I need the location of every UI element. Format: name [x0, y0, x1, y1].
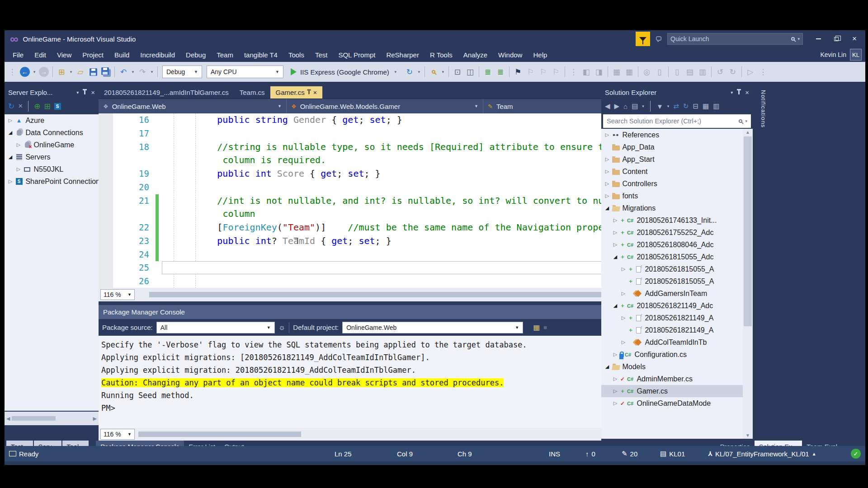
back-icon[interactable]: ◀: [605, 102, 610, 110]
server-explorer-item-data-connections[interactable]: ◢ Data Connections: [5, 127, 99, 139]
expand-icon[interactable]: ▷: [619, 291, 627, 296]
refresh-browser-button[interactable]: ↻: [404, 66, 415, 78]
expand-icon[interactable]: ▷: [14, 142, 23, 148]
scroll-thumb[interactable]: [149, 292, 626, 297]
console-zoom-dropdown[interactable]: 116 % ▼: [100, 429, 135, 440]
menu-edit[interactable]: Edit: [29, 48, 52, 61]
home-icon[interactable]: ⌂: [623, 103, 627, 110]
image-tool-1-button[interactable]: ▦: [611, 66, 623, 78]
window-position-caret-icon[interactable]: ▾: [731, 90, 733, 95]
preview-changes-button[interactable]: ◫: [464, 66, 476, 78]
switch-views-icon[interactable]: ▤: [632, 102, 638, 110]
new-item-caret-icon[interactable]: ▾: [68, 70, 74, 74]
type-dropdown[interactable]: ❖ OnlineGame.Web.Models.Gamer ▼: [287, 99, 483, 113]
forward-icon[interactable]: ▶: [614, 102, 620, 110]
document-tab-201805261821149-amidintblgamer-cs[interactable]: 201805261821149_...amIdInTblGamer.cs: [99, 86, 234, 99]
prev-bookmark-button[interactable]: ⚐: [525, 66, 537, 78]
undo-disabled-button[interactable]: ↺: [714, 66, 726, 78]
scroll-thumb[interactable]: [744, 136, 752, 326]
expand-icon[interactable]: ▷: [603, 169, 611, 174]
code-line-24[interactable]: 24: [99, 248, 682, 262]
solution-explorer-item-controllers[interactable]: ▷ Controllers: [601, 178, 743, 190]
solution-explorer-item-configuration-cs[interactable]: ▷C# Configuration.cs: [601, 348, 743, 361]
server-explorer-item-n550jkl[interactable]: ▷ N550JKL: [5, 163, 99, 175]
menu-project[interactable]: Project: [77, 48, 109, 61]
pin-icon[interactable]: [738, 90, 740, 94]
menu-resharper[interactable]: ReSharper: [381, 48, 425, 61]
parameter-info-button[interactable]: ≣: [495, 66, 506, 78]
pending-changes-filter-icon[interactable]: ▼: [656, 103, 663, 110]
expand-icon[interactable]: ▷: [6, 178, 14, 184]
restore-button[interactable]: [827, 33, 845, 45]
menu-window[interactable]: Window: [493, 48, 528, 61]
doc-tool-2-button[interactable]: ▤: [684, 66, 696, 78]
collapse-icon[interactable]: ◢: [603, 364, 611, 370]
solution-explorer-item-201805261815055-adc[interactable]: ◢+C# 201805261815055_Adc: [601, 251, 743, 263]
menu-tangible-t4[interactable]: tangible T4: [239, 48, 283, 61]
quick-launch-input[interactable]: Quick Launch ▾: [667, 33, 803, 45]
pin-icon[interactable]: [84, 90, 85, 94]
scroll-thumb[interactable]: [12, 416, 55, 421]
menu-help[interactable]: Help: [528, 48, 552, 61]
code-line-21[interactable]: 21 //int is not nullable, and int? is nu…: [99, 194, 682, 208]
solution-explorer-item-adminmember-cs[interactable]: ▷✓C# AdminMember.cs: [601, 373, 743, 385]
collapse-icon[interactable]: ◢: [611, 303, 619, 309]
duplicate-tab-button[interactable]: ◨: [593, 66, 605, 78]
menu-sql-prompt[interactable]: SQL Prompt: [333, 48, 381, 61]
solution-explorer-item-fonts[interactable]: ▷ fonts: [601, 190, 743, 202]
play-disabled-button[interactable]: ▷: [745, 66, 756, 78]
pin-tab-button[interactable]: ⋮: [568, 66, 580, 78]
sync-with-active-document-icon[interactable]: ⇄: [673, 102, 679, 110]
solution-explorer-item-gamer-cs[interactable]: ▷+C# Gamer.cs: [601, 385, 743, 397]
properties-icon[interactable]: ▥: [713, 102, 719, 110]
clear-bookmarks-button[interactable]: ⚐: [550, 66, 562, 78]
solution-explorer-item-models[interactable]: ◢ Models: [601, 361, 743, 373]
expand-icon[interactable]: ▷: [619, 315, 627, 321]
expand-icon[interactable]: ▷: [611, 230, 619, 235]
close-tab-icon[interactable]: ×: [313, 89, 317, 96]
bookmark-button[interactable]: ⚑: [512, 66, 524, 78]
toolbar-grip-button[interactable]: ⋮: [6, 66, 18, 78]
refresh-icon[interactable]: ↻: [683, 102, 689, 110]
solution-explorer-item-201805261755252-adc[interactable]: ▷+C# 201805261755252_Adc: [601, 226, 743, 239]
uncommitted-edits-button[interactable]: ✎20: [622, 446, 637, 461]
filter-caret-icon[interactable]: ▾: [667, 104, 670, 108]
code-line-18[interactable]: 18 //string is nullable type, so it need…: [99, 141, 682, 154]
menu-build[interactable]: Build: [109, 48, 135, 61]
default-project-dropdown[interactable]: OnlineGame.Web ▼: [342, 322, 523, 333]
menu-r-tools[interactable]: R Tools: [425, 48, 458, 61]
connect-database-icon[interactable]: ⊕: [34, 102, 40, 111]
navigate-back-button[interactable]: ←: [19, 66, 31, 78]
scroll-up-icon[interactable]: ▲: [745, 129, 750, 136]
pin-icon[interactable]: [308, 90, 310, 94]
platform-dropdown[interactable]: Any CPU▼: [207, 66, 283, 78]
notifications-tab[interactable]: Notifications: [760, 90, 767, 128]
console-output[interactable]: Specify the '-Verbose' flag to view the …: [99, 336, 682, 428]
solution-explorer-item-201805261821149-adc[interactable]: ◢+C# 201805261821149_Adc: [601, 300, 743, 312]
scroll-down-icon[interactable]: ▼: [745, 432, 750, 439]
expand-icon[interactable]: ▷: [611, 388, 619, 394]
menu-debug[interactable]: Debug: [180, 48, 211, 61]
quick-launch-caret-icon[interactable]: ▾: [797, 37, 800, 41]
close-panel-icon[interactable]: ×: [745, 89, 749, 96]
menu-team[interactable]: Team: [211, 48, 239, 61]
collapse-icon[interactable]: ◢: [611, 254, 619, 260]
expand-icon[interactable]: ▷: [611, 376, 619, 382]
solution-explorer-item-201805261821149-a[interactable]: ▷+ 201805261821149_A: [601, 312, 743, 324]
expand-icon[interactable]: ▷: [603, 132, 611, 138]
code-line-23[interactable]: 23 public int? TeamId { get; set; }Ꞁ: [99, 235, 682, 248]
expand-icon[interactable]: ▷: [603, 156, 611, 162]
collapse-all-icon[interactable]: ⊟: [693, 102, 698, 110]
new-item-button[interactable]: ⊞: [56, 66, 67, 78]
window-position-caret-icon[interactable]: ▾: [76, 90, 79, 95]
server-explorer-item-azure[interactable]: ▷▲ Azure: [5, 114, 99, 127]
solution-explorer-item-addgamersinteam[interactable]: ▷ AddGamersInTeam: [601, 287, 743, 300]
redo-disabled-button[interactable]: ↻: [727, 66, 739, 78]
expand-icon[interactable]: ▷: [6, 117, 14, 123]
redo-caret-icon[interactable]: ▾: [149, 70, 155, 74]
close-button[interactable]: ×: [845, 33, 863, 45]
sql-server-object-explorer-icon[interactable]: S: [54, 103, 61, 110]
server-explorer-item-servers[interactable]: ◢ Servers: [5, 151, 99, 163]
show-all-files-icon[interactable]: ▦: [703, 102, 709, 110]
scroll-left-icon[interactable]: ◀: [6, 416, 10, 422]
